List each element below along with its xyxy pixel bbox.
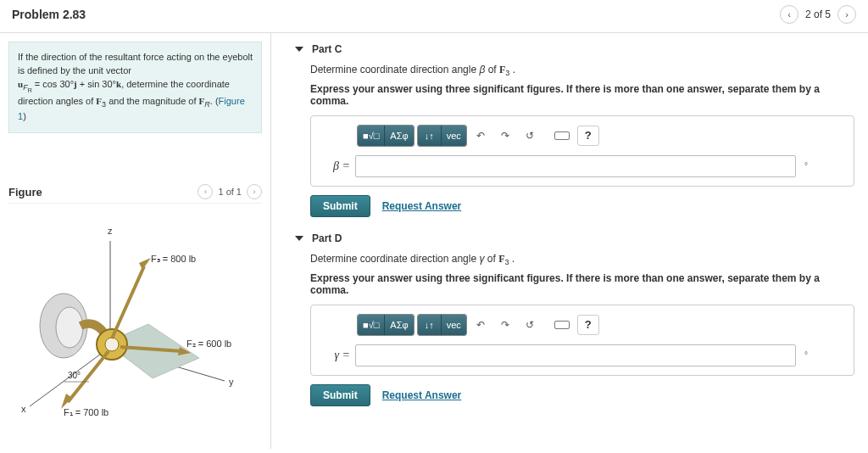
subsup-button[interactable]: ↓↑ <box>418 126 442 146</box>
greek-button[interactable]: ΑΣφ <box>385 315 413 335</box>
vec-button[interactable]: vec <box>442 126 466 146</box>
svg-point-8 <box>56 307 83 348</box>
reset-button[interactable]: ↺ <box>519 315 541 335</box>
problem-statement: If the direction of the resultant force … <box>8 42 262 133</box>
svg-text:z: z <box>108 226 113 236</box>
collapse-icon[interactable] <box>295 47 303 52</box>
figure-prev-button[interactable]: ‹ <box>198 184 213 199</box>
part-d-answer-input[interactable] <box>355 344 796 366</box>
part-c-answer-panel: ■√□ ΑΣφ ↓↑ vec ↶ ↷ ↺ ? β = <box>310 115 854 187</box>
figure-image: z y x F₃ = 800 lb F₂ = 600 lb F₁ = <box>8 204 262 433</box>
svg-text:F₃ = 800 lb: F₃ = 800 lb <box>151 254 196 264</box>
part-d-instructions: Express your answer using three signific… <box>310 272 854 296</box>
part-c-submit-button[interactable]: Submit <box>310 195 370 217</box>
problem-counter: 2 of 5 <box>805 8 831 20</box>
next-problem-button[interactable]: › <box>837 5 856 24</box>
svg-point-10 <box>105 338 119 351</box>
part-d-submit-button[interactable]: Submit <box>310 384 370 406</box>
part-c-request-answer-link[interactable]: Request Answer <box>382 200 462 212</box>
svg-text:30°: 30° <box>68 371 81 380</box>
svg-text:F₁ = 700 lb: F₁ = 700 lb <box>64 407 108 417</box>
subsup-button[interactable]: ↓↑ <box>418 315 442 335</box>
keyboard-button[interactable] <box>549 315 575 335</box>
figure-label: Figure <box>8 186 42 199</box>
help-button[interactable]: ? <box>577 315 599 335</box>
part-c-title: Part C <box>312 43 342 55</box>
variable-label: γ = <box>320 349 350 362</box>
part-d-description: Determine coordinate direction angle γ o… <box>310 251 854 269</box>
unit-label: ° <box>801 161 808 171</box>
svg-text:F₂ = 600 lb: F₂ = 600 lb <box>186 338 231 349</box>
part-d-request-answer-link[interactable]: Request Answer <box>382 389 462 401</box>
undo-button[interactable]: ↶ <box>470 126 492 146</box>
part-c-instructions: Express your answer using three signific… <box>310 83 854 107</box>
keyboard-icon <box>554 321 570 329</box>
prev-problem-button[interactable]: ‹ <box>780 5 798 24</box>
vec-button[interactable]: vec <box>442 315 466 335</box>
figure-counter: 1 of 1 <box>218 187 242 197</box>
part-d-answer-panel: ■√□ ΑΣφ ↓↑ vec ↶ ↷ ↺ ? γ = <box>310 305 854 376</box>
variable-label: β = <box>320 159 350 173</box>
redo-button[interactable]: ↷ <box>494 315 516 335</box>
reset-button[interactable]: ↺ <box>519 126 541 146</box>
template-button[interactable]: ■√□ <box>358 126 385 146</box>
collapse-icon[interactable] <box>295 236 303 241</box>
part-d-title: Part D <box>312 232 342 244</box>
svg-text:y: y <box>229 377 234 387</box>
part-c-answer-input[interactable] <box>355 155 796 177</box>
redo-button[interactable]: ↷ <box>494 126 516 146</box>
unit-label: ° <box>801 350 808 360</box>
keyboard-icon <box>554 131 570 140</box>
template-button[interactable]: ■√□ <box>358 315 385 335</box>
problem-title: Problem 2.83 <box>12 8 86 21</box>
help-button[interactable]: ? <box>577 126 599 146</box>
undo-button[interactable]: ↶ <box>470 315 492 335</box>
greek-button[interactable]: ΑΣφ <box>385 126 413 146</box>
svg-text:x: x <box>21 404 26 414</box>
svg-line-11 <box>112 266 144 338</box>
figure-next-button[interactable]: › <box>247 184 262 199</box>
keyboard-button[interactable] <box>549 126 575 146</box>
part-c-description: Determine coordinate direction angle β o… <box>310 62 854 80</box>
